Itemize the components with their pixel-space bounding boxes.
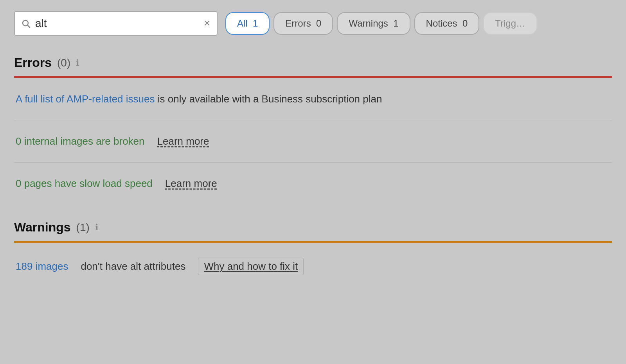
tab-all[interactable]: All 1 (225, 12, 270, 35)
info-icon-errors[interactable]: ℹ (76, 58, 79, 68)
tab-errors[interactable]: Errors 0 (273, 12, 333, 35)
alt-text: don't have alt attributes (81, 260, 185, 273)
info-icon-warnings[interactable]: ℹ (95, 222, 98, 233)
top-bar: ✕ All 1 Errors 0 Warnings 1 Notices 0 Tr… (0, 0, 626, 44)
slow-load-row: 0 pages have slow load speed Learn more (14, 163, 612, 204)
warnings-section: Warnings (1) ℹ 189 images don't have alt… (14, 208, 612, 290)
learn-more-images-link[interactable]: Learn more (157, 135, 209, 147)
warnings-header: Warnings (1) ℹ (14, 208, 612, 241)
amp-link[interactable]: A full list of AMP-related issues (16, 93, 155, 105)
amp-plain: is only available with a Business subscr… (155, 93, 382, 105)
learn-more-speed-link[interactable]: Learn more (165, 178, 217, 190)
filter-tabs: All 1 Errors 0 Warnings 1 Notices 0 Trig… (225, 12, 537, 35)
errors-section: Errors (0) ℹ A full list of AMP-related … (14, 44, 612, 204)
tab-triggers[interactable]: Trigg… (483, 12, 537, 35)
internal-images-row: 0 internal images are broken Learn more (14, 120, 612, 163)
amp-row: A full list of AMP-related issues is onl… (14, 78, 612, 120)
search-box: ✕ (14, 11, 218, 36)
errors-header: Errors (0) ℹ (14, 44, 612, 76)
tab-warnings[interactable]: Warnings 1 (337, 12, 410, 35)
errors-count: (0) (57, 57, 70, 69)
main-content: Errors (0) ℹ A full list of AMP-related … (0, 44, 626, 290)
slow-load-text: 0 pages have slow load speed (16, 178, 153, 190)
svg-line-1 (28, 25, 30, 28)
internal-images-text: 0 internal images are broken (16, 135, 145, 147)
search-input[interactable] (35, 17, 199, 30)
why-fix-link[interactable]: Why and how to fix it (198, 258, 304, 275)
clear-icon[interactable]: ✕ (203, 18, 210, 29)
images-count-link[interactable]: 189 images (16, 260, 68, 273)
warnings-title: Warnings (14, 220, 71, 235)
search-icon (21, 19, 31, 28)
alt-attributes-row: 189 images don't have alt attributes Why… (14, 243, 612, 290)
tab-notices[interactable]: Notices 0 (414, 12, 480, 35)
warnings-count: (1) (76, 221, 90, 234)
errors-title: Errors (14, 56, 52, 70)
